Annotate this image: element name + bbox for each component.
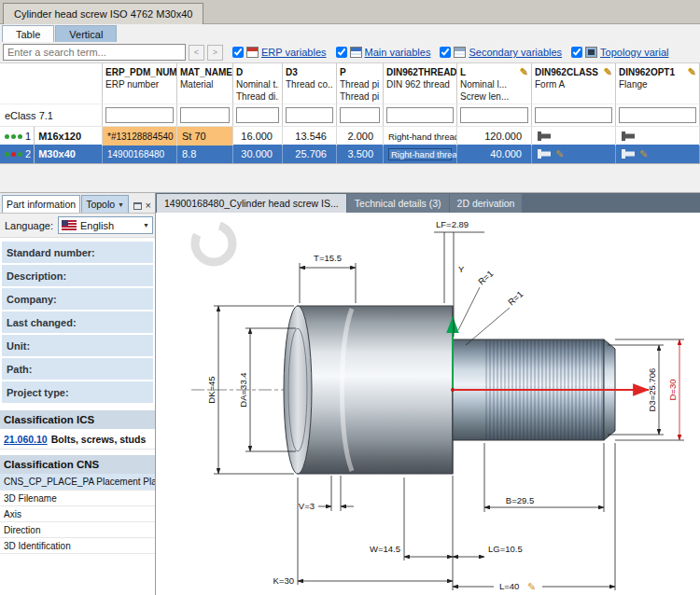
row-size-label: M30x40 xyxy=(38,148,76,159)
status-dots xyxy=(5,134,22,139)
cell-l[interactable]: 40.000 xyxy=(457,145,532,163)
filter-main-variables: Main variables xyxy=(336,47,431,58)
status-dot-green xyxy=(11,134,16,139)
cell-material[interactable]: 8.8 xyxy=(177,145,233,163)
secondary-variables-checkbox[interactable] xyxy=(440,47,451,58)
table-row[interactable]: 1 M16x120 *#13128884540 St 70 16.000 13.… xyxy=(0,126,700,145)
thread-combo[interactable]: Right-hand thread ✎ xyxy=(388,148,452,160)
drawing-canvas[interactable]: T=15.5 LF=2.89 Y R=1 R=1 DK=45 DA=33.4 D… xyxy=(156,213,700,595)
column-name: L xyxy=(460,67,466,77)
cns-item-3d-filename[interactable]: 3D Filename xyxy=(0,491,155,506)
field-description[interactable]: Description: xyxy=(2,265,153,286)
cell-d[interactable]: 16.000 xyxy=(233,127,283,145)
tab-part-information[interactable]: Part information xyxy=(2,195,80,213)
cns-item-direction[interactable]: Direction xyxy=(0,522,155,538)
cell-l[interactable]: 120.000 xyxy=(457,127,532,145)
cell-p[interactable]: 2.000 xyxy=(337,127,384,145)
field-standard-number[interactable]: Standard number: xyxy=(2,242,153,263)
edit-pencil-icon[interactable]: ✎ xyxy=(639,149,648,159)
edit-column-icon[interactable]: ✎ xyxy=(520,67,528,77)
filter-topology-variables: Topology varial xyxy=(571,47,668,58)
close-icon[interactable]: × xyxy=(146,201,151,211)
ics-code-link[interactable]: 21.060.10 xyxy=(4,434,48,445)
tab-part-preview[interactable]: 14900168480_Cylinder head screw IS... xyxy=(157,194,346,213)
main-variables-checkbox[interactable] xyxy=(336,47,347,58)
language-select[interactable]: English ▼ xyxy=(58,216,153,234)
edit-pencil-icon[interactable]: ✎ xyxy=(527,581,536,592)
status-dot-red xyxy=(11,152,16,157)
filter-input-d3[interactable] xyxy=(286,107,333,123)
column-header-d[interactable]: D Nominal t...Thread di... xyxy=(233,63,283,104)
column-header-din962thread[interactable]: DIN962THREAD✎ DIN 962 thread xyxy=(384,63,457,104)
tab-topology-dropdown[interactable]: Topolo ▼ xyxy=(81,195,129,213)
filter-input-erp[interactable] xyxy=(105,107,174,123)
column-header-din962class[interactable]: DIN962CLASS✎ Form A xyxy=(532,63,616,104)
row-number: 1 xyxy=(25,127,35,145)
next-result-button[interactable]: > xyxy=(207,45,223,61)
dim-t: T=15.5 xyxy=(314,253,342,263)
cns-item-axis[interactable]: Axis xyxy=(0,506,155,522)
form-a-icon xyxy=(537,148,552,159)
ics-item[interactable]: 21.060.10 Bolts, screws, studs xyxy=(0,429,155,450)
cell-d[interactable]: 30.000 xyxy=(233,145,283,163)
row-id-cell: 1 M16x120 xyxy=(0,127,103,145)
field-path[interactable]: Path: xyxy=(2,358,153,380)
secondary-variables-link[interactable]: Secondary variables xyxy=(469,47,562,58)
tab-vertical[interactable]: Vertical xyxy=(55,25,117,42)
filter-input-mat[interactable] xyxy=(180,107,230,123)
column-header-mat[interactable]: MAT_NAME Material xyxy=(177,63,233,104)
cell-material[interactable]: St 70 xyxy=(177,127,233,145)
filter-input-din962thread[interactable] xyxy=(386,107,454,123)
status-dot-green xyxy=(5,134,9,139)
search-input[interactable] xyxy=(3,44,186,61)
prev-result-button[interactable]: < xyxy=(189,45,204,61)
column-header-l[interactable]: L✎ Nominal l...Screw len... xyxy=(457,63,532,104)
main-variables-link[interactable]: Main variables xyxy=(365,47,431,58)
table-row-selected[interactable]: 2 M30x40 14900168480 8.8 30.000 25.706 3… xyxy=(0,145,700,163)
cell-d3[interactable]: 25.706 xyxy=(283,145,337,163)
cell-din962opt1[interactable] xyxy=(616,127,700,145)
column-header-p[interactable]: P Thread pi...Thread pi... xyxy=(337,63,384,104)
cell-erp[interactable]: 14900168480 xyxy=(103,145,177,163)
cell-erp[interactable]: *#13128884540 xyxy=(103,127,177,145)
tab-2d-derivation[interactable]: 2D derivation xyxy=(450,194,523,213)
column-header-din962opt1[interactable]: DIN962OPT1✎ Flange xyxy=(616,63,700,104)
cell-d3[interactable]: 13.546 xyxy=(283,127,337,145)
flange-icon xyxy=(621,148,636,159)
column-header-erp[interactable]: ERP_PDM_NUMBER ERP number xyxy=(103,63,177,104)
column-name: DIN962CLASS xyxy=(535,67,598,77)
float-panel-icon[interactable] xyxy=(133,202,142,210)
edit-column-icon[interactable]: ✎ xyxy=(604,67,612,77)
topology-variables-link[interactable]: Topology varial xyxy=(600,47,668,58)
filter-input-din962opt1[interactable] xyxy=(619,107,696,123)
cell-din962opt1[interactable]: ✎ xyxy=(616,145,700,163)
cell-thread[interactable]: Right-hand thread xyxy=(384,127,457,145)
field-project-type[interactable]: Project type: xyxy=(2,381,153,403)
part-panel-tabbar: Part information Topolo ▼ × xyxy=(0,193,155,214)
filter-input-d[interactable] xyxy=(236,107,279,123)
dim-d: D=30 xyxy=(667,380,678,401)
erp-variables-link[interactable]: ERP variables xyxy=(261,47,327,58)
cell-p[interactable]: 3.500 xyxy=(337,145,384,163)
cns-item-placement[interactable]: CNS_CP_PLACE_PA Placement Pla xyxy=(0,474,155,491)
column-header-d3[interactable]: D3 Thread co... xyxy=(283,63,337,104)
filter-input-l[interactable] xyxy=(460,107,528,123)
cell-din962class[interactable] xyxy=(532,127,616,145)
edit-column-icon[interactable]: ✎ xyxy=(688,67,696,77)
tab-technical-details[interactable]: Technical details (3) xyxy=(347,194,449,213)
cns-item-3d-identification[interactable]: 3D Identification xyxy=(0,538,155,554)
document-tab[interactable]: Cylinder head screw ISO 4762 M30x40 xyxy=(3,3,203,24)
field-company[interactable]: Company: xyxy=(2,288,153,310)
technical-drawing: T=15.5 LF=2.89 Y R=1 R=1 DK=45 DA=33.4 D… xyxy=(156,213,700,595)
filter-input-p[interactable] xyxy=(340,107,380,123)
filter-input-din962class[interactable] xyxy=(535,107,612,123)
status-dot-green xyxy=(5,152,9,157)
erp-variables-checkbox[interactable] xyxy=(232,47,244,58)
topology-variables-checkbox[interactable] xyxy=(571,47,582,58)
tab-table[interactable]: Table xyxy=(2,25,54,42)
field-last-changed[interactable]: Last changed: xyxy=(2,311,153,333)
field-unit[interactable]: Unit: xyxy=(2,335,153,356)
edit-pencil-icon[interactable]: ✎ xyxy=(555,149,564,159)
cell-din962class[interactable]: ✎ xyxy=(532,145,616,163)
cell-thread[interactable]: Right-hand thread ✎ xyxy=(384,145,457,163)
